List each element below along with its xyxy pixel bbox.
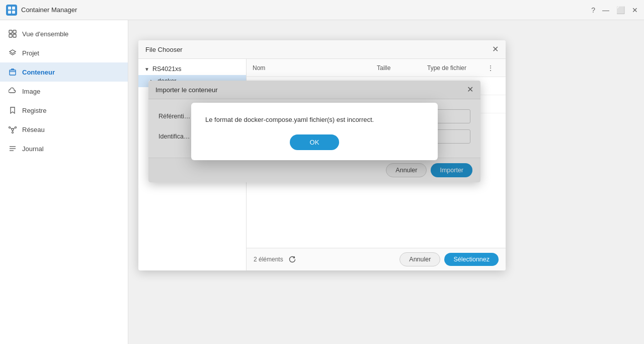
layers-icon <box>8 48 17 57</box>
network-icon <box>8 125 17 134</box>
tree-arrow-root: ▼ <box>144 66 149 72</box>
svg-rect-7 <box>9 34 12 37</box>
col-header-name: Nom <box>253 64 377 72</box>
svg-marker-9 <box>10 50 16 53</box>
svg-point-12 <box>9 127 11 128</box>
sidebar-item-image[interactable]: Image <box>0 82 128 101</box>
cloud-icon <box>8 87 17 96</box>
svg-line-16 <box>14 128 15 129</box>
sidebar-label-image: Image <box>22 88 40 95</box>
list-icon <box>8 144 17 153</box>
col-more-button[interactable]: ⋮ <box>488 64 500 72</box>
sidebar-item-projet[interactable]: Projet <box>0 43 128 62</box>
refresh-button[interactable] <box>286 253 298 265</box>
file-chooser-close-button[interactable]: ✕ <box>492 45 499 53</box>
file-chooser-footer: 2 éléments Annuler Sélectionnez <box>247 248 506 270</box>
sidebar-item-journal[interactable]: Journal <box>0 139 128 158</box>
sidebar-label-reseau: Réseau <box>22 126 45 133</box>
col-header-size: Taille <box>377 64 427 72</box>
maximize-button[interactable]: ⬜ <box>616 6 625 14</box>
svg-point-14 <box>12 132 14 133</box>
tree-root[interactable]: ▼ RS4021xs <box>138 63 246 75</box>
app-icon <box>6 5 17 16</box>
app-title: Container Manager <box>21 6 77 14</box>
svg-rect-4 <box>12 11 15 14</box>
main-layout: Vue d'ensemble Projet Conteneur <box>0 20 644 344</box>
sidebar-item-conteneur[interactable]: Conteneur <box>0 62 128 82</box>
elements-count: 2 éléments <box>254 256 283 263</box>
col-header-type: Type de fichier <box>427 64 488 72</box>
sidebar-item-vue-ensemble[interactable]: Vue d'ensemble <box>0 24 128 43</box>
svg-rect-1 <box>8 7 11 10</box>
box-icon <box>8 67 17 77</box>
content-area: File Chooser ✕ ▼ RS4021xs ▶ docker ▶ <box>128 20 644 344</box>
grid-icon <box>8 29 17 38</box>
svg-point-11 <box>12 128 14 130</box>
bookmark-icon <box>8 106 17 115</box>
tree-root-label: RS4021xs <box>152 65 182 73</box>
file-chooser-header: File Chooser ✕ <box>138 40 506 59</box>
sidebar: Vue d'ensemble Projet Conteneur <box>0 20 128 344</box>
svg-rect-10 <box>10 70 16 75</box>
sidebar-label-conteneur: Conteneur <box>22 68 55 76</box>
sidebar-label-registre: Registre <box>22 107 46 114</box>
svg-line-15 <box>10 128 12 129</box>
file-list-header: Nom Taille Type de fichier ⋮ <box>247 59 506 77</box>
sidebar-item-reseau[interactable]: Réseau <box>0 120 128 139</box>
file-chooser-footer-buttons: Annuler Sélectionnez <box>399 252 499 266</box>
sidebar-label-projet: Projet <box>22 49 39 57</box>
error-message: Le format de docker-compose.yaml fichier… <box>205 115 424 125</box>
file-chooser-cancel-button[interactable]: Annuler <box>399 252 440 266</box>
title-bar-left: Container Manager <box>6 5 77 16</box>
error-footer: OK <box>205 134 424 150</box>
import-dialog: Importer le conteneur ✕ Référenti… Ident… <box>148 81 480 182</box>
error-dialog: Le format de docker-compose.yaml fichier… <box>191 103 438 161</box>
help-button[interactable]: ? <box>591 6 595 14</box>
svg-rect-2 <box>12 7 15 10</box>
file-chooser-select-button[interactable]: Sélectionnez <box>444 253 499 266</box>
svg-rect-5 <box>9 30 12 33</box>
error-overlay: Le format de docker-compose.yaml fichier… <box>148 81 480 182</box>
window-controls: ? — ⬜ ✕ <box>591 6 638 14</box>
title-bar: Container Manager ? — ⬜ ✕ <box>0 0 644 20</box>
sidebar-item-registre[interactable]: Registre <box>0 101 128 120</box>
svg-rect-8 <box>13 34 16 37</box>
error-ok-button[interactable]: OK <box>290 134 340 150</box>
sidebar-label-vue-ensemble: Vue d'ensemble <box>22 30 68 38</box>
svg-rect-3 <box>8 11 11 14</box>
svg-rect-0 <box>6 5 17 16</box>
close-button[interactable]: ✕ <box>632 6 638 14</box>
minimize-button[interactable]: — <box>602 6 609 14</box>
sidebar-label-journal: Journal <box>22 145 44 153</box>
file-chooser-title: File Chooser <box>145 46 183 53</box>
svg-point-13 <box>15 127 17 128</box>
svg-rect-6 <box>13 30 16 33</box>
